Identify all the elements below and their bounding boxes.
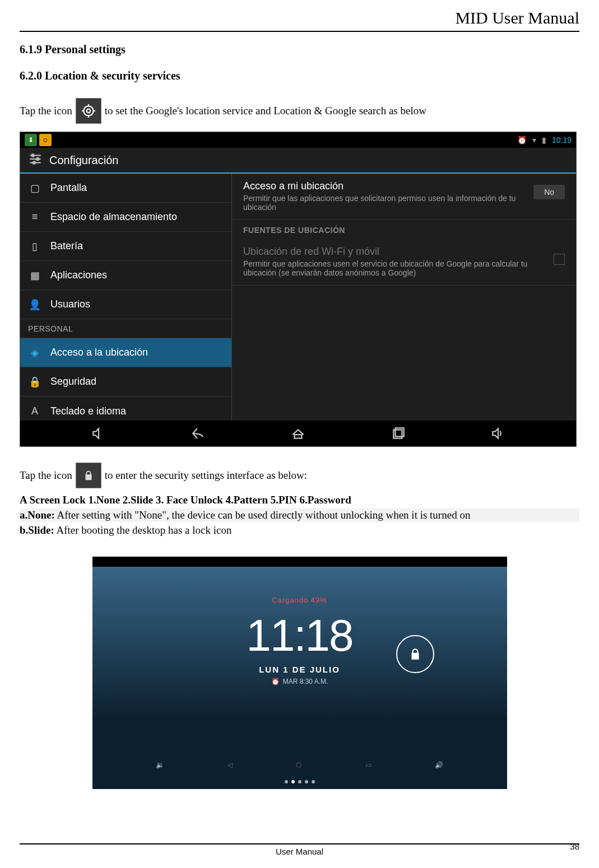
section-6-2-0: 6.2.0 Location & security services xyxy=(20,69,579,82)
status-notif-icon: ☺ xyxy=(39,134,52,146)
svg-point-11 xyxy=(33,161,35,164)
settings-sliders-icon xyxy=(28,152,43,169)
apps-icon: ▦ xyxy=(28,269,41,282)
nav-vol-down-button[interactable]: 🔉 xyxy=(156,761,164,769)
wifi-icon: ▾ xyxy=(532,136,536,144)
b-slide-line: b.Slide: After booting the desktop has a… xyxy=(20,524,579,536)
top-rule xyxy=(20,31,579,32)
svg-marker-16 xyxy=(493,428,499,438)
lockscreen-statusbar xyxy=(92,557,507,567)
sidebar-item-security[interactable]: 🔒 Seguridad xyxy=(20,367,231,396)
tap-line-1: Tap the icon to set the Google's locatio… xyxy=(20,98,579,124)
nav-vol-down-button[interactable] xyxy=(76,426,120,441)
nav-home-button[interactable]: ⬠ xyxy=(296,761,301,769)
unlock-handle[interactable] xyxy=(396,635,434,673)
sidebar-item-users[interactable]: 👤 Usuarios xyxy=(20,290,231,319)
svg-point-1 xyxy=(83,106,93,115)
wifi-location-title: Ubicación de red Wi-Fi y móvil xyxy=(243,246,535,258)
charging-label: Cargando 49% xyxy=(272,596,327,604)
nav-recents-button[interactable] xyxy=(376,426,421,441)
nav-vol-up-button[interactable]: 🔊 xyxy=(435,761,443,769)
tap-line-1-pre: Tap the icon xyxy=(20,105,72,117)
section-6-1-9: 6.1.9 Personal settings xyxy=(20,43,579,56)
lock-icon: 🔒 xyxy=(28,376,41,388)
lockscreen-alarm-text: MAR 8:30 A.M. xyxy=(283,678,328,685)
status-clock: 10:19 xyxy=(552,136,572,144)
lockscreen-alarm: ⏰ MAR 8:30 A.M. xyxy=(271,678,328,685)
lockscreen-time: 11:18 xyxy=(246,610,352,661)
wifi-location-desc: Permitir que aplicaciones usen el servic… xyxy=(243,259,535,277)
status-bar: ⬇ ☺ ⏰ ▾ ▮ 10:19 xyxy=(20,132,576,148)
settings-titlebar: Configuración xyxy=(20,148,576,174)
sidebar-item-label: Batería xyxy=(50,240,83,252)
storage-icon: ≡ xyxy=(28,211,41,223)
tap-line-1-post: to set the Google's location service and… xyxy=(105,105,426,117)
sidebar-item-label: Acceso a la ubicación xyxy=(50,347,148,358)
sidebar-item-label: Aplicaciones xyxy=(50,269,107,281)
nav-back-button[interactable] xyxy=(175,426,220,441)
sidebar-item-label: Seguridad xyxy=(50,376,96,388)
keyboard-icon: A xyxy=(28,405,41,417)
tap-line-2-post: to enter the security settings interface… xyxy=(105,469,307,482)
sidebar-item-location[interactable]: ◈ Acceso a la ubicación xyxy=(20,338,231,367)
sidebar-item-storage[interactable]: ≡ Espacio de almacenamiento xyxy=(20,203,231,232)
page-number: 38 xyxy=(570,842,579,851)
sidebar-item-apps[interactable]: ▦ Aplicaciones xyxy=(20,261,231,290)
page-dot xyxy=(285,780,288,783)
sidebar-item-battery[interactable]: ▯ Batería xyxy=(20,232,231,261)
battery-icon: ▮ xyxy=(542,136,546,144)
toggle-off[interactable]: No xyxy=(533,185,565,199)
settings-detail-panel: Acceso a mi ubicación Permitir que las a… xyxy=(232,174,576,421)
page-indicator xyxy=(92,780,507,783)
settings-title: Configuración xyxy=(49,154,118,167)
settings-sidebar: ▢ Pantalla ≡ Espacio de almacenamiento ▯… xyxy=(20,174,232,421)
svg-point-7 xyxy=(32,154,34,156)
lock-icon xyxy=(76,463,101,488)
footer-rule xyxy=(20,843,579,844)
a-none-label: a.None: xyxy=(20,509,55,521)
lockscreen-screenshot: Cargando 49% 11:18 LUN 1 DE JULIO ⏰ MAR … xyxy=(92,557,507,789)
location-access-toggle[interactable]: Acceso a mi ubicación Permitir que las a… xyxy=(232,174,576,220)
footer-label: User Manual xyxy=(276,847,323,856)
nav-bar xyxy=(20,421,576,446)
sidebar-item-label: Espacio de almacenamiento xyxy=(50,211,177,223)
display-icon: ▢ xyxy=(28,182,41,194)
sidebar-item-language[interactable]: A Teclado e idioma xyxy=(20,396,231,421)
b-slide-text: After booting the desktop has a lock ico… xyxy=(54,524,232,536)
lockscreen-navbar: 🔉 ◁ ⬠ ▭ 🔊 xyxy=(92,755,507,774)
battery-icon: ▯ xyxy=(28,240,41,253)
alarm-icon: ⏰ xyxy=(271,678,280,685)
nav-home-button[interactable] xyxy=(276,426,321,441)
doc-header-title: MID User Manual xyxy=(20,8,579,27)
alarm-icon: ⏰ xyxy=(517,136,527,144)
tap-line-2-pre: Tap the icon xyxy=(20,469,72,482)
page-dot xyxy=(298,780,301,783)
svg-point-0 xyxy=(86,109,90,113)
svg-rect-13 xyxy=(294,435,301,438)
location-sources-header: FUENTES DE UBICACIÓN xyxy=(232,220,576,239)
a-none-text: After setting with "None", the device ca… xyxy=(55,509,471,521)
users-icon: 👤 xyxy=(28,298,41,311)
page-dot-active xyxy=(291,780,295,783)
sidebar-personal-header: PERSONAL xyxy=(20,319,231,338)
a-none-line: a.None: After setting with "None", the d… xyxy=(20,508,579,522)
page-dot xyxy=(305,780,308,783)
checkbox-disabled xyxy=(554,254,565,265)
svg-point-9 xyxy=(36,157,39,160)
tap-line-2: Tap the icon to enter the security setti… xyxy=(20,463,579,488)
sidebar-item-label: Pantalla xyxy=(50,182,87,194)
svg-marker-12 xyxy=(93,428,99,438)
settings-screenshot: ⬇ ☺ ⏰ ▾ ▮ 10:19 Configuración ▢ Pantalla xyxy=(20,132,577,447)
page-footer: User Manual 38 xyxy=(20,843,579,857)
sidebar-item-label: Teclado e idioma xyxy=(50,405,126,417)
location-access-desc: Permitir que las aplicaciones que solici… xyxy=(243,194,533,212)
b-slide-label: b.Slide: xyxy=(20,524,54,536)
location-icon: ◈ xyxy=(28,347,41,359)
location-access-title: Acceso a mi ubicación xyxy=(243,180,533,192)
nav-recents-button[interactable]: ▭ xyxy=(365,761,372,769)
nav-back-button[interactable]: ◁ xyxy=(227,761,233,769)
location-icon xyxy=(76,98,101,124)
nav-vol-up-button[interactable] xyxy=(476,426,521,441)
screen-lock-line: A Screen Lock 1.None 2.Slide 3. Face Unl… xyxy=(20,494,579,506)
sidebar-item-display[interactable]: ▢ Pantalla xyxy=(20,174,231,203)
